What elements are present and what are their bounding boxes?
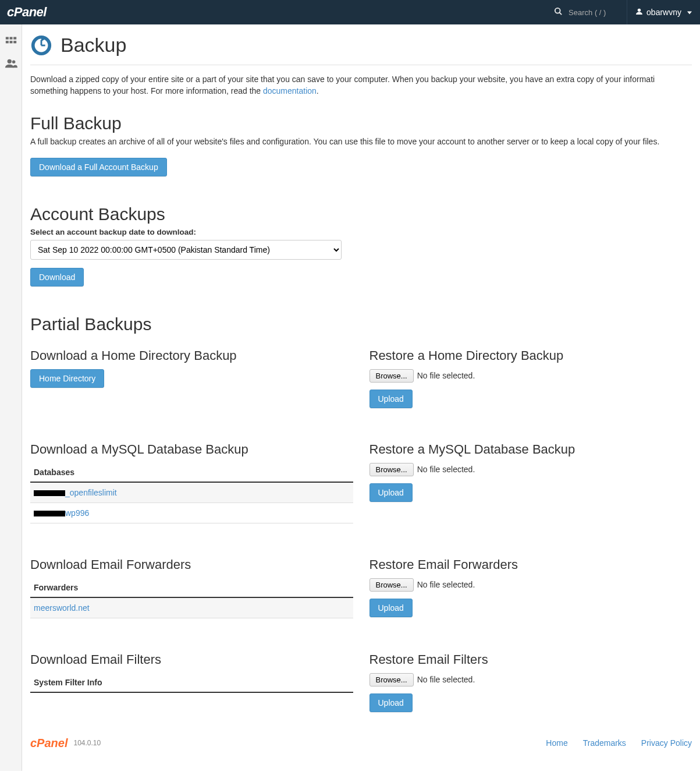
nofile-mysql: No file selected. xyxy=(417,465,475,474)
table-row: wp996 xyxy=(30,503,353,523)
page-intro: Download a zipped copy of your entire si… xyxy=(30,73,692,97)
download-home-heading: Download a Home Directory Backup xyxy=(30,348,353,363)
db-link-1[interactable]: _openfileslimit xyxy=(34,488,117,497)
browse-mysql-button[interactable]: Browse... xyxy=(369,463,414,476)
search-icon[interactable] xyxy=(554,7,563,17)
databases-header: Databases xyxy=(30,463,353,483)
browse-filters-button[interactable]: Browse... xyxy=(369,673,414,686)
footer-home-link[interactable]: Home xyxy=(546,738,567,748)
browse-forwarders-button[interactable]: Browse... xyxy=(369,578,414,592)
svg-rect-7 xyxy=(9,41,12,43)
documentation-link[interactable]: documentation xyxy=(263,86,317,95)
restore-mysql-heading: Restore a MySQL Database Backup xyxy=(369,442,692,457)
browse-home-button[interactable]: Browse... xyxy=(369,369,414,383)
footer-links: Home Trademarks Privacy Policy xyxy=(546,738,692,748)
download-account-backup-button[interactable]: Download xyxy=(30,268,84,286)
svg-point-0 xyxy=(555,8,560,13)
page-title: Backup xyxy=(61,34,126,56)
search-wrap xyxy=(548,0,627,24)
home-directory-button[interactable]: Home Directory xyxy=(30,369,104,388)
redacted-db1 xyxy=(34,490,65,496)
search-input[interactable] xyxy=(568,8,621,17)
footer-privacy-link[interactable]: Privacy Policy xyxy=(641,738,692,748)
redacted-db2 xyxy=(34,511,65,516)
account-backup-date-label: Select an account backup date to downloa… xyxy=(30,228,692,236)
nofile-filters: No file selected. xyxy=(417,675,475,684)
svg-point-9 xyxy=(7,59,11,63)
sidebar-users-icon[interactable] xyxy=(0,52,22,75)
restore-forwarders-heading: Restore Email Forwarders xyxy=(369,557,692,572)
footer: cPanel 104.0.10 Home Trademarks Privacy … xyxy=(30,726,692,753)
footer-trademarks-link[interactable]: Trademarks xyxy=(583,738,626,748)
main-content: Backup Download a zipped copy of your en… xyxy=(22,24,700,771)
nofile-forwarders: No file selected. xyxy=(417,580,475,589)
sidebar xyxy=(0,24,22,771)
upload-mysql-button[interactable]: Upload xyxy=(369,483,413,502)
svg-rect-6 xyxy=(5,41,8,43)
svg-rect-3 xyxy=(5,37,8,40)
svg-rect-4 xyxy=(9,37,12,40)
svg-point-10 xyxy=(12,61,15,64)
db-link-2[interactable]: wp996 xyxy=(34,508,89,518)
table-row: _openfileslimit xyxy=(30,483,353,503)
full-backup-desc: A full backup creates an archive of all … xyxy=(30,137,692,146)
forwarder-link-1[interactable]: meersworld.net xyxy=(34,603,90,613)
forwarders-header: Forwarders xyxy=(30,578,353,598)
cpanel-logo[interactable]: cPanel xyxy=(7,5,47,20)
partial-backups-heading: Partial Backups xyxy=(30,314,692,334)
svg-rect-8 xyxy=(13,41,16,43)
username-label: obarwvny xyxy=(646,8,681,17)
backup-date-select[interactable]: Sat Sep 10 2022 00:00:00 GMT+0500 (Pakis… xyxy=(30,240,342,260)
svg-point-2 xyxy=(638,9,641,12)
page-header: Backup xyxy=(30,29,692,65)
svg-rect-5 xyxy=(13,37,16,40)
filters-header: System Filter Info xyxy=(30,673,353,693)
chevron-down-icon xyxy=(687,8,692,17)
topbar-right: obarwvny xyxy=(548,0,700,24)
topbar: cPanel obarwvny xyxy=(0,0,700,24)
backup-icon xyxy=(30,34,52,56)
download-filters-heading: Download Email Filters xyxy=(30,652,353,667)
download-full-backup-button[interactable]: Download a Full Account Backup xyxy=(30,158,167,176)
table-row: meersworld.net xyxy=(30,598,353,618)
full-backup-heading: Full Backup xyxy=(30,114,692,133)
user-icon xyxy=(635,8,643,17)
upload-filters-button[interactable]: Upload xyxy=(369,693,413,712)
footer-version: 104.0.10 xyxy=(73,739,101,747)
restore-filters-heading: Restore Email Filters xyxy=(369,652,692,667)
nofile-home: No file selected. xyxy=(417,371,475,380)
upload-home-button[interactable]: Upload xyxy=(369,390,413,408)
user-menu[interactable]: obarwvny xyxy=(627,0,700,24)
sidebar-apps-icon[interactable] xyxy=(0,30,22,52)
account-backups-heading: Account Backups xyxy=(30,204,692,224)
download-mysql-heading: Download a MySQL Database Backup xyxy=(30,442,353,457)
upload-forwarders-button[interactable]: Upload xyxy=(369,599,413,617)
svg-line-1 xyxy=(559,12,562,15)
download-forwarders-heading: Download Email Forwarders xyxy=(30,557,353,572)
restore-home-heading: Restore a Home Directory Backup xyxy=(369,348,692,363)
footer-logo[interactable]: cPanel xyxy=(30,737,67,750)
